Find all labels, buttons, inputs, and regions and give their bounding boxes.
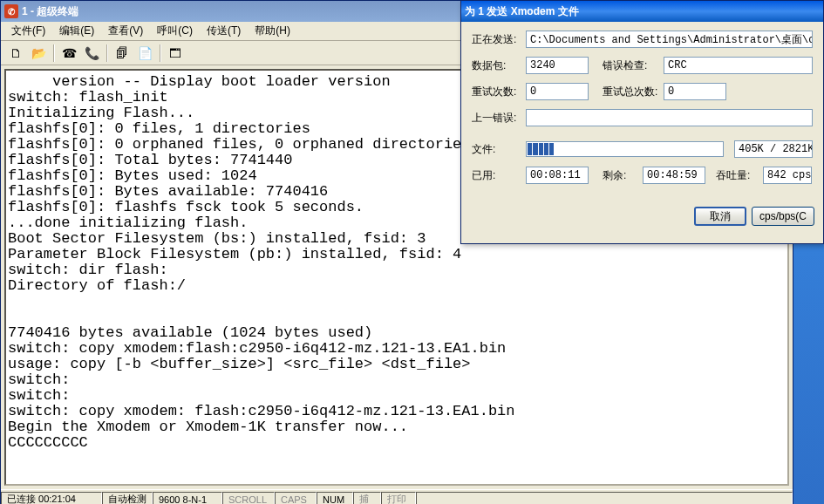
statusbar: 已连接 00:21:04 自动检测 9600 8-N-1 SCROLL CAPS…	[1, 489, 793, 504]
status-num: NUM	[317, 492, 353, 505]
label-total-retries: 重试总次数:	[603, 85, 658, 99]
status-spacer	[416, 492, 793, 505]
status-capture: 捕	[353, 492, 381, 505]
field-retries: 0	[526, 83, 589, 100]
open-icon[interactable]: 📂	[29, 44, 48, 63]
disconnect-icon[interactable]: 📞	[82, 44, 101, 63]
status-scroll: SCROLL	[222, 492, 275, 505]
label-error-check: 错误检查:	[603, 58, 658, 73]
window-title: 1 - 超级终端	[22, 4, 78, 19]
dialog-titlebar[interactable]: 为 1 发送 Xmodem 文件	[461, 1, 823, 22]
properties-icon[interactable]: 🗔	[166, 44, 185, 63]
cpsbps-button[interactable]: cps/bps(C	[752, 207, 814, 226]
field-file-progress: 405K / 2821K	[734, 140, 813, 158]
dialog-body: 正在发送: C:\Documents and Settings\Administ…	[461, 22, 823, 201]
label-retries: 重试次数:	[472, 85, 521, 99]
field-error-check: CRC	[664, 57, 813, 74]
field-sending: C:\Documents and Settings\Administrator\…	[526, 31, 813, 48]
field-throughput: 842 cps	[763, 167, 812, 184]
dialog-title: 为 1 发送 Xmodem 文件	[465, 4, 579, 19]
menu-file[interactable]: 文件(F)	[4, 22, 52, 40]
status-port: 9600 8-N-1	[153, 492, 222, 505]
app-icon: ✆	[4, 4, 18, 18]
receive-icon[interactable]: 📄	[135, 44, 154, 63]
field-total-retries: 0	[664, 83, 726, 100]
toolbar-separator	[106, 44, 107, 62]
dialog-buttons: 取消 cps/bps(C	[461, 201, 823, 231]
xmodem-send-dialog: 为 1 发送 Xmodem 文件 正在发送: C:\Documents and …	[460, 0, 824, 244]
field-remaining: 00:48:59	[643, 167, 705, 184]
status-print: 打印	[381, 492, 416, 505]
connect-icon[interactable]: ☎	[59, 44, 78, 63]
label-throughput: 吞吐量:	[716, 168, 758, 183]
field-elapsed: 00:08:11	[526, 167, 589, 184]
cancel-button[interactable]: 取消	[694, 207, 746, 226]
field-packet: 3240	[526, 57, 589, 74]
status-autodetect: 自动检测	[102, 492, 153, 505]
menu-transfer[interactable]: 传送(T)	[200, 22, 248, 40]
status-caps: CAPS	[275, 492, 317, 505]
label-last-error: 上一错误:	[472, 111, 521, 126]
label-remaining: 剩余:	[603, 168, 637, 183]
label-packet: 数据包:	[472, 58, 521, 73]
new-icon[interactable]: 🗋	[6, 44, 25, 63]
label-sending: 正在发送:	[472, 32, 521, 47]
label-file: 文件:	[472, 142, 521, 157]
toolbar-separator	[53, 44, 54, 62]
send-icon[interactable]: 🗐	[112, 44, 132, 63]
toolbar-separator	[160, 44, 160, 62]
label-elapsed: 已用:	[472, 168, 521, 183]
progress-bar	[526, 141, 724, 157]
menu-view[interactable]: 查看(V)	[101, 22, 150, 40]
field-last-error	[526, 109, 813, 126]
menu-call[interactable]: 呼叫(C)	[150, 22, 200, 40]
status-connected: 已连接 00:21:04	[1, 492, 102, 505]
menu-help[interactable]: 帮助(H)	[248, 22, 297, 40]
menu-edit[interactable]: 编辑(E)	[52, 22, 101, 40]
